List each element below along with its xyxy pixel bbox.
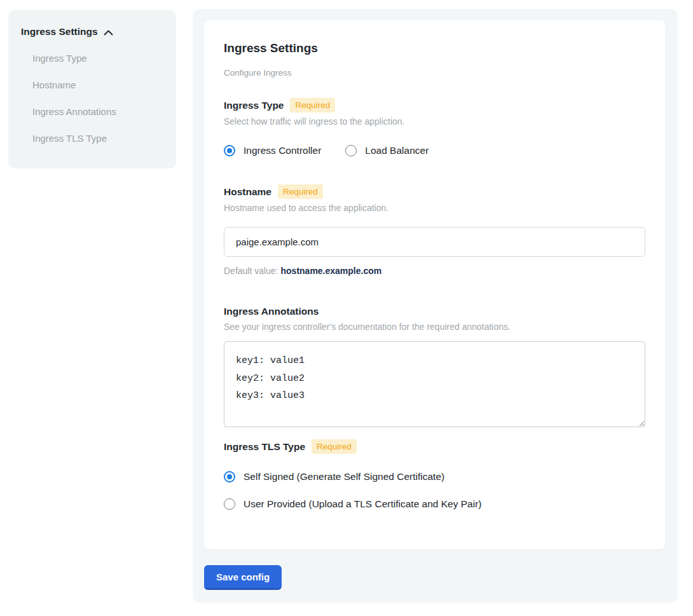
default-value-prefix: Default value: — [224, 266, 281, 276]
section-ingress-type: Ingress Type Required Select how traffic… — [224, 98, 645, 156]
section-ingress-tls-type: Ingress TLS Type Required Self Signed (G… — [224, 439, 645, 510]
settings-sidebar: Ingress Settings Ingress Type Hostname I… — [8, 10, 176, 168]
ingress-annotations-description: See your ingress controller's documentat… — [224, 321, 645, 332]
hostname-input[interactable] — [224, 227, 645, 257]
page-subtitle: Configure Ingress — [224, 67, 645, 78]
sidebar-nav: Ingress Type Hostname Ingress Annotation… — [21, 51, 163, 146]
section-ingress-annotations: Ingress Annotations See your ingress con… — [224, 305, 645, 427]
radio-selected-icon[interactable] — [224, 471, 235, 483]
ingress-type-radio-group: Ingress Controller Load Balancer — [224, 144, 645, 156]
ingress-annotations-textarea[interactable]: key1: value1 key2: value2 key3: value3 — [224, 341, 645, 427]
ingress-type-label: Ingress Type — [224, 99, 284, 112]
chevron-up-icon — [104, 29, 113, 36]
ingress-annotations-label: Ingress Annotations — [224, 305, 319, 318]
ingress-settings-card: Ingress Settings Configure Ingress Ingre… — [204, 20, 665, 549]
sidebar-item-ingress-tls-type[interactable]: Ingress TLS Type — [21, 132, 163, 146]
radio-self-signed[interactable]: Self Signed (Generate Self Signed Certif… — [224, 470, 444, 483]
required-badge: Required — [312, 439, 357, 454]
default-value-text: hostname.example.com — [281, 266, 382, 276]
radio-label: User Provided (Upload a TLS Certificate … — [244, 498, 481, 510]
ingress-type-description: Select how traffic will ingress to the a… — [224, 116, 645, 127]
hostname-label: Hostname — [224, 185, 271, 198]
hostname-description: Hostname used to access the application. — [224, 202, 645, 214]
radio-label: Ingress Controller — [244, 144, 321, 156]
sidebar-group-title: Ingress Settings — [21, 25, 98, 39]
sidebar-item-hostname[interactable]: Hostname — [21, 78, 163, 92]
hostname-default-line: Default value: hostname.example.com — [224, 265, 645, 277]
radio-selected-icon[interactable] — [224, 145, 235, 156]
ingress-tls-type-label: Ingress TLS Type — [224, 440, 305, 453]
ingress-settings-panel: Ingress Settings Configure Ingress Ingre… — [193, 9, 678, 603]
radio-ingress-controller[interactable]: Ingress Controller — [224, 144, 321, 156]
radio-unselected-icon[interactable] — [224, 498, 235, 510]
radio-unselected-icon[interactable] — [345, 145, 357, 156]
radio-load-balancer[interactable]: Load Balancer — [345, 144, 429, 156]
save-config-button[interactable]: Save config — [204, 565, 282, 590]
ingress-tls-radio-group: Self Signed (Generate Self Signed Certif… — [224, 470, 645, 510]
radio-label: Load Balancer — [365, 144, 429, 156]
section-hostname: Hostname Required Hostname used to acces… — [224, 184, 645, 277]
page-title: Ingress Settings — [224, 41, 645, 55]
sidebar-group-ingress-settings[interactable]: Ingress Settings — [21, 25, 163, 39]
sidebar-item-ingress-type[interactable]: Ingress Type — [21, 51, 163, 65]
required-badge: Required — [278, 184, 323, 199]
required-badge: Required — [290, 98, 335, 113]
sidebar-item-ingress-annotations[interactable]: Ingress Annotations — [21, 105, 163, 119]
radio-label: Self Signed (Generate Self Signed Certif… — [244, 470, 444, 483]
radio-user-provided[interactable]: User Provided (Upload a TLS Certificate … — [224, 498, 481, 510]
